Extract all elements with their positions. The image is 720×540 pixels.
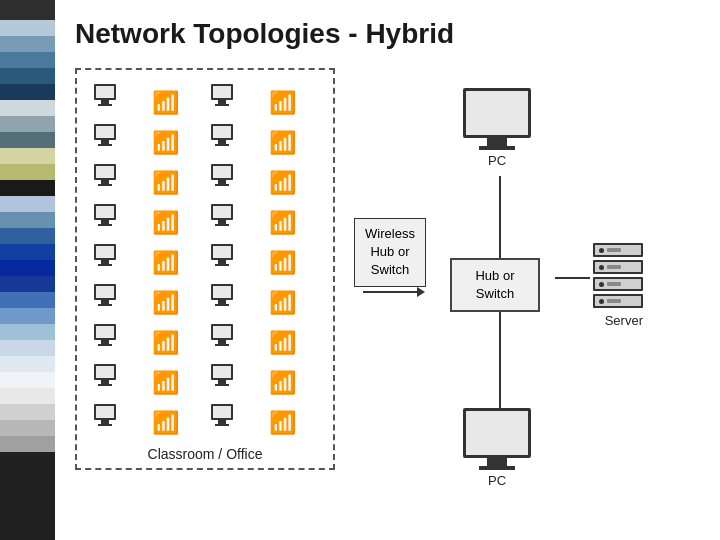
pc-icon bbox=[206, 164, 238, 200]
wifi-icon: 📶 bbox=[148, 164, 180, 200]
pc-top: PC bbox=[463, 88, 531, 168]
wifi-icon: 📶 bbox=[148, 404, 180, 440]
decorative-strips bbox=[0, 0, 55, 540]
main-content: Network Topologies - Hybrid 📶 bbox=[55, 0, 720, 540]
server-unit-2 bbox=[593, 260, 643, 274]
pc-icon bbox=[89, 124, 121, 160]
wifi-icon: 📶 bbox=[265, 84, 297, 120]
wifi-icon: 📶 bbox=[148, 84, 180, 120]
strip-5 bbox=[0, 68, 55, 84]
wifi-icon: 📶 bbox=[148, 364, 180, 400]
strip-20 bbox=[0, 308, 55, 324]
strip-8 bbox=[0, 116, 55, 132]
strip-26 bbox=[0, 404, 55, 420]
right-diagram: PC Hub orSwitch bbox=[445, 68, 645, 488]
svg-text:📶: 📶 bbox=[152, 289, 178, 316]
pc-icon bbox=[206, 204, 238, 240]
content-row: 📶 📶 📶 bbox=[75, 68, 700, 488]
strip-24 bbox=[0, 372, 55, 388]
wifi-icon: 📶 bbox=[265, 244, 297, 280]
strip-27 bbox=[0, 420, 55, 436]
big-monitor-bottom bbox=[463, 408, 531, 458]
svg-text:📶: 📶 bbox=[269, 249, 295, 276]
svg-text:📶: 📶 bbox=[152, 249, 178, 276]
svg-text:📶: 📶 bbox=[152, 369, 178, 396]
big-monitor-base-top bbox=[479, 146, 515, 150]
monitor bbox=[94, 84, 116, 100]
big-monitor-base-bottom bbox=[479, 466, 515, 470]
strip-2 bbox=[0, 20, 55, 36]
server-icon: Server bbox=[593, 243, 643, 328]
arrow-line bbox=[363, 291, 418, 293]
strip-15 bbox=[0, 228, 55, 244]
wifi-icon: 📶 bbox=[148, 244, 180, 280]
wifi-icon: 📶 bbox=[148, 124, 180, 160]
wifi-icon: 📶 bbox=[148, 204, 180, 240]
pc-icon bbox=[89, 244, 121, 280]
pc-icon bbox=[89, 404, 121, 440]
strip-16 bbox=[0, 244, 55, 260]
server-unit-3 bbox=[593, 277, 643, 291]
strip-17 bbox=[0, 260, 55, 276]
strip-11 bbox=[0, 164, 55, 180]
wifi-icon: 📶 bbox=[265, 124, 297, 160]
arrow-head bbox=[417, 287, 425, 297]
wifi-icon: 📶 bbox=[148, 324, 180, 360]
svg-text:📶: 📶 bbox=[152, 209, 178, 236]
pc-icon bbox=[206, 124, 238, 160]
big-monitor-stand-top bbox=[487, 138, 507, 146]
device-grid: 📶 📶 📶 bbox=[89, 84, 321, 440]
wireless-hub-section: WirelessHub orSwitch bbox=[335, 218, 445, 293]
classroom-box: 📶 📶 📶 bbox=[75, 68, 335, 470]
strip-7 bbox=[0, 100, 55, 116]
wifi-icon: 📶 bbox=[265, 324, 297, 360]
svg-text:📶: 📶 bbox=[269, 409, 295, 436]
strip-4 bbox=[0, 52, 55, 68]
strip-1 bbox=[0, 0, 55, 20]
strip-10 bbox=[0, 148, 55, 164]
wifi-icon: 📶 bbox=[265, 204, 297, 240]
svg-text:📶: 📶 bbox=[269, 289, 295, 316]
arrow-container bbox=[363, 291, 418, 293]
server-unit-1 bbox=[593, 243, 643, 257]
strip-29 bbox=[0, 452, 55, 540]
svg-text:📶: 📶 bbox=[269, 209, 295, 236]
pc-icon bbox=[206, 364, 238, 400]
svg-text:📶: 📶 bbox=[152, 329, 178, 356]
pc-icon bbox=[89, 364, 121, 400]
svg-text:📶: 📶 bbox=[152, 409, 178, 436]
strip-9 bbox=[0, 132, 55, 148]
pc-icon bbox=[206, 284, 238, 320]
svg-text:📶: 📶 bbox=[152, 129, 178, 156]
pc-icon bbox=[89, 84, 121, 120]
wifi-icon: 📶 bbox=[265, 284, 297, 320]
pc-icon bbox=[89, 204, 121, 240]
pc-icon bbox=[89, 284, 121, 320]
svg-text:📶: 📶 bbox=[269, 89, 295, 116]
strip-13 bbox=[0, 196, 55, 212]
strip-12 bbox=[0, 180, 55, 196]
hub-switch-box: Hub orSwitch bbox=[450, 258, 540, 312]
pc-icon bbox=[206, 244, 238, 280]
pc-icon bbox=[89, 164, 121, 200]
strip-18 bbox=[0, 276, 55, 292]
strip-14 bbox=[0, 212, 55, 228]
big-monitor-top bbox=[463, 88, 531, 138]
strip-25 bbox=[0, 388, 55, 404]
server-unit-4 bbox=[593, 294, 643, 308]
svg-text:📶: 📶 bbox=[269, 169, 295, 196]
wifi-icon: 📶 bbox=[265, 404, 297, 440]
svg-text:📶: 📶 bbox=[269, 329, 295, 356]
strip-23 bbox=[0, 356, 55, 372]
pc-icon bbox=[89, 324, 121, 360]
svg-text:📶: 📶 bbox=[152, 89, 178, 116]
strip-6 bbox=[0, 84, 55, 100]
strip-19 bbox=[0, 292, 55, 308]
wifi-icon: 📶 bbox=[265, 164, 297, 200]
wifi-icon: 📶 bbox=[265, 364, 297, 400]
strip-3 bbox=[0, 36, 55, 52]
pc-top-label: PC bbox=[488, 153, 506, 168]
server-label: Server bbox=[593, 313, 643, 328]
hub-switch-label: Hub orSwitch bbox=[475, 268, 514, 301]
big-monitor-stand-bottom bbox=[487, 458, 507, 466]
